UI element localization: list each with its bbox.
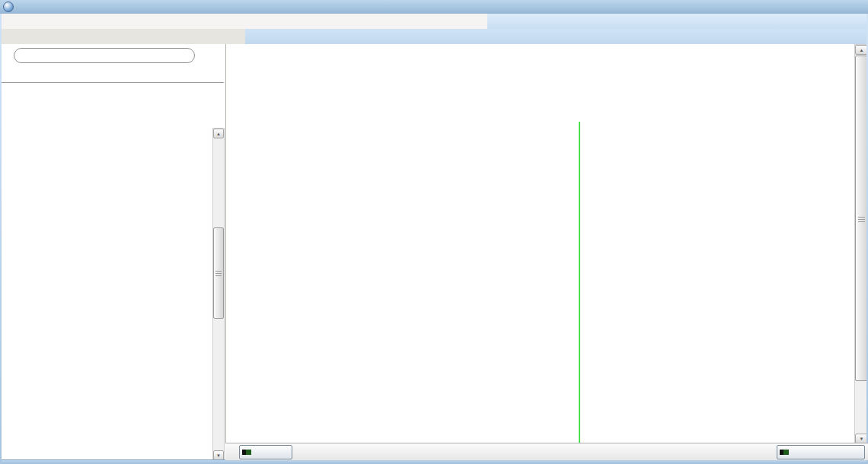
aero-frame-top (487, 14, 868, 29)
date-selector[interactable] (14, 48, 195, 63)
window-left-frame (0, 14, 2, 464)
left-panel (0, 44, 226, 459)
main-tab-bar (0, 29, 245, 44)
menu-bar (0, 14, 487, 30)
graphs-area (225, 44, 854, 443)
date-navigation (0, 47, 225, 64)
window-titlebar[interactable] (0, 0, 868, 14)
scrollbar-thumb[interactable] (213, 227, 224, 319)
flags-dropdown[interactable] (239, 445, 292, 459)
time-cursor (579, 122, 580, 443)
app-icon (3, 2, 14, 12)
scroll-up-icon[interactable]: ▲ (213, 129, 224, 138)
bottom-bar (225, 443, 868, 460)
flag-legend-icon (242, 450, 251, 455)
detail-tab-bar (2, 67, 224, 83)
aero-frame-tabs (245, 29, 868, 44)
details-scrollbar[interactable]: ▲ ▼ (212, 128, 225, 461)
details-pane (0, 83, 212, 459)
graph-legend-icon (780, 450, 789, 455)
graphs-dropdown[interactable] (777, 445, 865, 459)
